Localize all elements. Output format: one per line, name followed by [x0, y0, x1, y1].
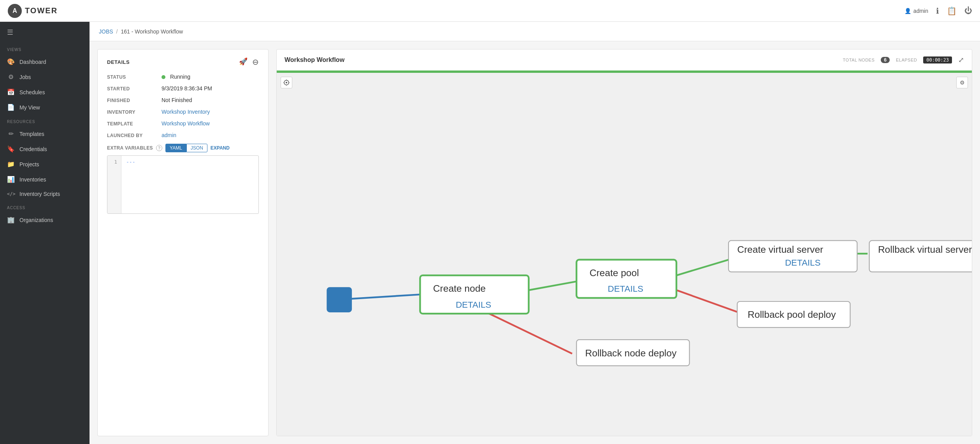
line-numbers: 1 — [107, 156, 121, 213]
svg-text:Create virtual server: Create virtual server — [737, 244, 823, 255]
sidebar-item-credentials[interactable]: 🔖 Credentials — [0, 141, 90, 157]
svg-text:Rollback pool deploy: Rollback pool deploy — [748, 309, 836, 320]
yaml-tab[interactable]: YAML — [165, 144, 186, 152]
inventory-label: INVENTORY — [107, 109, 162, 115]
inventory-value[interactable]: Workshop Inventory — [162, 109, 259, 115]
breadcrumb: JOBS / 161 - Workshop Workflow — [90, 22, 980, 41]
jobs-icon: ⚙ — [7, 73, 15, 81]
topnav: A TOWER 👤 admin ℹ 📋 ⏻ — [0, 0, 980, 22]
breadcrumb-jobs-link[interactable]: JOBS — [99, 28, 113, 35]
launched-by-label: LAUNCHED BY — [107, 132, 162, 138]
sidebar-item-myview[interactable]: 📄 My View — [0, 100, 90, 115]
workflow-title: Workshop Workflow — [285, 56, 344, 63]
details-title: DETAILS — [107, 59, 130, 65]
svg-text:Create pool: Create pool — [590, 268, 639, 278]
svg-line-7 — [529, 282, 576, 290]
inventories-icon: 📊 — [7, 176, 15, 183]
workflow-diagram: Create node DETAILS Create pool DETAILS … — [277, 92, 972, 436]
finished-label: FINISHED — [107, 97, 162, 103]
started-value: 9/3/2019 8:36:34 PM — [162, 85, 259, 92]
launched-by-row: LAUNCHED BY admin — [107, 132, 259, 138]
total-nodes-value: 6 — [881, 57, 890, 63]
total-nodes-label: TOTAL NODES — [843, 58, 875, 62]
credentials-icon: 🔖 — [7, 145, 15, 153]
template-label: TEMPLATE — [107, 120, 162, 127]
json-tab[interactable]: JSON — [186, 144, 207, 152]
sidebar-item-templates[interactable]: ✏ Templates — [0, 126, 90, 141]
workflow-header: Workshop Workflow TOTAL NODES 6 ELAPSED … — [277, 49, 972, 70]
code-editor: 1 --- — [107, 155, 259, 214]
sidebar-item-projects[interactable]: 📁 Projects — [0, 157, 90, 172]
canvas-toolbar — [281, 77, 292, 88]
launch-icon[interactable]: 🚀 — [239, 57, 248, 67]
sidebar: ☰ VIEWS 🎨 Dashboard ⚙ Jobs 📅 Schedules 📄… — [0, 22, 90, 444]
sidebar-item-label: Templates — [19, 131, 44, 137]
sidebar-item-dashboard[interactable]: 🎨 Dashboard — [0, 54, 90, 69]
hamburger-button[interactable]: ☰ — [0, 22, 90, 43]
template-value[interactable]: Workshop Workflow — [162, 120, 259, 127]
clipboard-icon[interactable]: 📋 — [947, 6, 957, 16]
topnav-user[interactable]: 👤 admin — [904, 8, 928, 14]
brand: A TOWER — [8, 4, 58, 18]
myview-icon: 📄 — [7, 104, 15, 111]
brand-name: TOWER — [25, 6, 58, 15]
extra-vars-header: EXTRA VARIABLES ? YAML JSON EXPAND — [107, 144, 259, 152]
workflow-card: Workshop Workflow TOTAL NODES 6 ELAPSED … — [276, 49, 972, 436]
settings-icon[interactable]: ⚙ — [956, 77, 968, 88]
status-row: STATUS Running — [107, 74, 259, 80]
sidebar-item-label: Inventory Scripts — [19, 191, 60, 197]
sidebar-item-organizations[interactable]: 🏢 Organizations — [0, 212, 90, 227]
workflow-meta: TOTAL NODES 6 ELAPSED 00:00:23 ⤢ — [843, 56, 964, 64]
finished-row: FINISHED Not Finished — [107, 97, 259, 103]
svg-line-10 — [676, 290, 737, 312]
svg-text:DETAILS: DETAILS — [456, 300, 491, 310]
extra-vars-label: EXTRA VARIABLES — [107, 145, 153, 151]
expand-button[interactable]: EXPAND — [211, 145, 230, 151]
sidebar-item-label: Projects — [19, 161, 39, 167]
svg-text:DETAILS: DETAILS — [785, 258, 820, 268]
power-icon[interactable]: ⏻ — [964, 6, 972, 15]
sidebar-item-label: Dashboard — [19, 59, 46, 65]
sidebar-item-schedules[interactable]: 📅 Schedules — [0, 85, 90, 100]
elapsed-label: ELAPSED — [896, 58, 917, 62]
sidebar-item-label: Inventories — [19, 176, 46, 183]
page-body: DETAILS 🚀 ⊖ STATUS Running STA — [90, 41, 980, 444]
workflow-canvas[interactable]: ⚙ — [277, 73, 972, 436]
breadcrumb-separator: / — [116, 28, 118, 35]
code-content[interactable]: --- — [121, 156, 258, 213]
sidebar-item-jobs[interactable]: ⚙ Jobs — [0, 69, 90, 85]
organizations-icon: 🏢 — [7, 216, 15, 224]
sidebar-item-inventory-scripts[interactable]: </> Inventory Scripts — [0, 187, 90, 201]
schedules-icon: 📅 — [7, 88, 15, 96]
launched-by-value[interactable]: admin — [162, 132, 259, 138]
status-label: STATUS — [107, 74, 162, 80]
cancel-icon[interactable]: ⊖ — [252, 57, 259, 67]
finished-value: Not Finished — [162, 97, 259, 103]
help-icon[interactable]: ? — [156, 145, 162, 151]
user-icon: 👤 — [904, 8, 911, 14]
templates-icon: ✏ — [7, 130, 15, 137]
svg-text:Create node: Create node — [433, 283, 486, 294]
zoom-target-icon[interactable] — [281, 77, 292, 88]
content-area: JOBS / 161 - Workshop Workflow DETAILS 🚀… — [90, 22, 980, 444]
info-icon[interactable]: ℹ — [936, 6, 939, 16]
sidebar-item-label: Jobs — [19, 74, 31, 80]
start-node[interactable] — [327, 287, 351, 312]
projects-icon: 📁 — [7, 160, 15, 168]
details-card: DETAILS 🚀 ⊖ STATUS Running STA — [97, 49, 269, 436]
views-label: VIEWS — [0, 43, 90, 54]
status-dot — [162, 75, 165, 79]
svg-line-6 — [351, 294, 420, 299]
started-row: STARTED 9/3/2019 8:36:34 PM — [107, 85, 259, 92]
fullscreen-icon[interactable]: ⤢ — [958, 56, 964, 64]
yaml-json-tabs: YAML JSON — [165, 144, 207, 152]
topnav-actions: 👤 admin ℹ 📋 ⏻ — [904, 6, 972, 16]
svg-text:Rollback node deploy: Rollback node deploy — [585, 348, 677, 358]
breadcrumb-current: 161 - Workshop Workflow — [121, 28, 183, 35]
svg-text:DETAILS: DETAILS — [608, 284, 643, 294]
started-label: STARTED — [107, 85, 162, 92]
status-value: Running — [162, 74, 259, 80]
template-row: TEMPLATE Workshop Workflow — [107, 120, 259, 127]
resources-label: RESOURCES — [0, 115, 90, 126]
sidebar-item-inventories[interactable]: 📊 Inventories — [0, 172, 90, 187]
